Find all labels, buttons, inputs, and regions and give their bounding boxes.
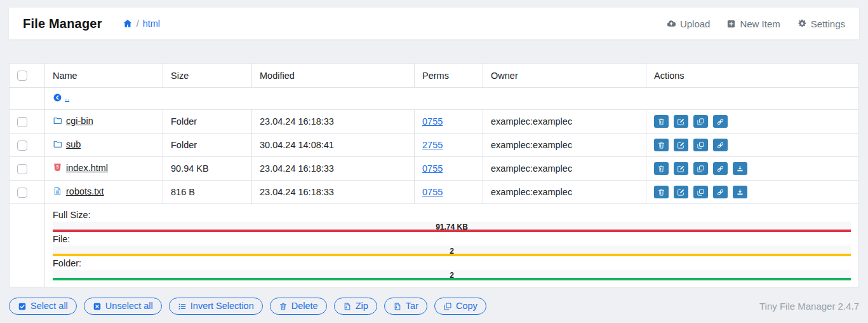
perms-link[interactable]: 0755 <box>422 187 443 197</box>
copy-button[interactable]: Copy <box>434 298 486 315</box>
rename-action-button[interactable] <box>674 186 688 198</box>
back-circle-icon <box>53 93 62 102</box>
invert-selection-button[interactable]: Invert Selection <box>169 298 263 315</box>
trash-icon <box>657 141 665 149</box>
row-checkbox[interactable] <box>17 188 27 198</box>
link-icon <box>716 141 724 149</box>
trash-icon <box>279 302 288 311</box>
modified-cell: 30.04.24 14:08:41 <box>252 134 415 157</box>
bottom-toolbar: Select all Unselect all Invert Selection… <box>9 298 859 315</box>
delete-action-button[interactable] <box>654 162 669 175</box>
modified-cell: 23.04.24 16:18:33 <box>252 157 415 181</box>
rename-action-button[interactable] <box>674 162 688 175</box>
breadcrumb: / html <box>123 18 160 29</box>
file-name-link[interactable]: sub <box>53 139 81 149</box>
table-row: cgi-bin Folder 23.04.24 16:18:33 0755 ex… <box>10 110 859 134</box>
zip-button[interactable]: Zip <box>334 298 377 315</box>
download-action-button[interactable] <box>733 186 747 198</box>
copy-action-button[interactable] <box>693 186 708 198</box>
summary-file-count: File: 2 <box>53 233 851 256</box>
perms-link[interactable]: 2755 <box>422 140 443 150</box>
list-icon <box>178 302 187 311</box>
row-checkbox[interactable] <box>17 164 27 174</box>
archive-file-icon <box>343 302 352 311</box>
rename-action-button[interactable] <box>674 115 688 128</box>
table-row: robots.txt 816 B 23.04.24 16:18:33 0755 … <box>10 181 859 204</box>
copy-icon <box>443 302 452 311</box>
edit-icon <box>677 165 685 173</box>
copy-icon <box>697 165 705 173</box>
link-icon <box>716 118 724 126</box>
parent-directory-link[interactable]: .. <box>53 93 69 102</box>
delete-button[interactable]: Delete <box>270 298 327 315</box>
x-square-icon <box>93 302 102 311</box>
summary-label: Full Size: <box>53 209 851 221</box>
select-all-button[interactable]: Select all <box>9 298 77 315</box>
app-version-label: Tiny File Manager 2.4.7 <box>759 301 859 312</box>
select-all-checkbox[interactable] <box>17 71 27 81</box>
folder-icon <box>53 139 62 149</box>
trash-icon <box>657 118 665 126</box>
column-header-perms: Perms <box>415 64 483 88</box>
link-action-button[interactable] <box>713 115 728 128</box>
copy-icon <box>697 188 705 196</box>
size-cell: 816 B <box>163 181 252 204</box>
perms-link[interactable]: 0755 <box>422 163 443 174</box>
row-checkbox[interactable] <box>17 117 27 127</box>
row-actions <box>654 139 851 151</box>
app-title: File Manager <box>23 17 102 31</box>
table-row: index.html 90.94 KB 23.04.24 16:18:33 07… <box>10 157 859 181</box>
breadcrumb-separator: / <box>137 18 139 29</box>
row-checkbox[interactable] <box>17 141 27 151</box>
download-icon <box>736 188 744 196</box>
owner-cell: examplec:examplec <box>483 110 646 134</box>
tar-button[interactable]: Tar <box>384 298 427 315</box>
new-item-button[interactable]: New Item <box>726 18 780 29</box>
home-icon[interactable] <box>123 18 133 29</box>
summary-label: Folder: <box>53 258 851 269</box>
breadcrumb-current-dir[interactable]: html <box>143 18 160 29</box>
perms-link[interactable]: 0755 <box>422 116 443 127</box>
link-action-button[interactable] <box>713 186 728 198</box>
modified-cell: 23.04.24 16:18:33 <box>252 110 415 134</box>
file-name-link[interactable]: index.html <box>53 163 108 173</box>
archive-file-icon <box>393 302 402 311</box>
html5-file-icon <box>53 163 62 172</box>
delete-action-button[interactable] <box>654 139 669 151</box>
trash-icon <box>657 165 665 173</box>
gear-icon <box>797 18 807 29</box>
rename-action-button[interactable] <box>674 139 688 151</box>
unselect-all-button[interactable]: Unselect all <box>84 298 162 315</box>
file-name-link[interactable]: cgi-bin <box>53 116 93 126</box>
trash-icon <box>657 188 665 196</box>
column-header-actions: Actions <box>646 64 859 88</box>
file-manager-page: File Manager / html Upload New Item Sett… <box>0 0 868 323</box>
copy-action-button[interactable] <box>693 115 708 128</box>
row-actions <box>654 186 851 198</box>
upload-button[interactable]: Upload <box>666 18 711 29</box>
table-row: sub Folder 30.04.24 14:08:41 2755 exampl… <box>10 134 859 157</box>
delete-action-button[interactable] <box>654 186 669 198</box>
owner-cell: examplec:examplec <box>483 181 646 204</box>
owner-cell: examplec:examplec <box>483 157 646 181</box>
top-navbar: File Manager / html Upload New Item Sett… <box>9 8 859 39</box>
size-cell: Folder <box>163 134 252 157</box>
link-action-button[interactable] <box>713 162 728 175</box>
text-file-icon <box>53 186 62 196</box>
edit-icon <box>677 188 685 196</box>
modified-cell: 23.04.24 16:18:33 <box>252 181 415 204</box>
file-name-link[interactable]: robots.txt <box>53 186 104 196</box>
parent-directory-row: .. <box>10 88 859 110</box>
copy-action-button[interactable] <box>693 139 708 151</box>
link-action-button[interactable] <box>713 139 728 151</box>
copy-action-button[interactable] <box>693 162 708 175</box>
download-action-button[interactable] <box>733 162 747 175</box>
size-cell: Folder <box>163 110 252 134</box>
summary-label: File: <box>53 233 851 245</box>
delete-action-button[interactable] <box>654 115 669 128</box>
check-square-icon <box>18 302 27 311</box>
row-actions <box>654 115 851 128</box>
copy-icon <box>697 118 705 126</box>
settings-button[interactable]: Settings <box>797 18 845 29</box>
cloud-upload-icon <box>666 18 676 29</box>
